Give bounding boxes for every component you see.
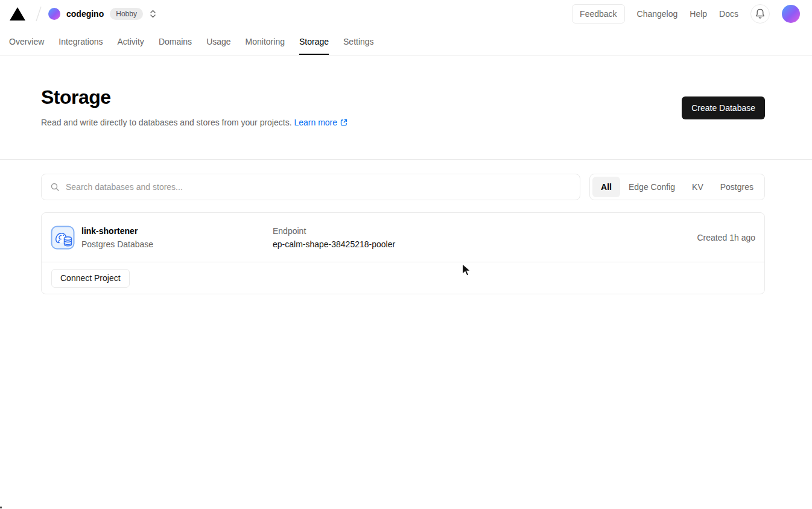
project-selector-button[interactable]: [148, 8, 158, 20]
endpoint-value: ep-calm-shape-38425218-pooler: [273, 238, 395, 251]
bell-icon: [754, 8, 766, 20]
filter-tab-edge-config[interactable]: Edge Config: [620, 177, 684, 197]
tab-integrations[interactable]: Integrations: [59, 28, 103, 55]
tab-domains[interactable]: Domains: [159, 28, 192, 55]
user-avatar[interactable]: [782, 5, 800, 23]
database-card-footer: Connect Project: [42, 262, 764, 294]
page-title: Storage: [41, 86, 348, 109]
database-created-label: Created 1h ago: [697, 233, 755, 242]
changelog-link[interactable]: Changelog: [637, 9, 678, 19]
connect-project-button[interactable]: Connect Project: [51, 269, 130, 288]
tab-usage[interactable]: Usage: [206, 28, 230, 55]
hero-section: Storage Read and write directly to datab…: [0, 55, 812, 160]
topbar-right: Feedback Changelog Help Docs: [572, 4, 800, 24]
learn-more-link[interactable]: Learn more: [294, 116, 348, 129]
filter-tab-kv[interactable]: KV: [684, 177, 712, 197]
tab-monitoring[interactable]: Monitoring: [246, 28, 285, 55]
project-nav: Overview Integrations Activity Domains U…: [0, 28, 812, 55]
vercel-logo-icon[interactable]: [10, 7, 25, 21]
tab-activity[interactable]: Activity: [118, 28, 144, 55]
filter-tab-all[interactable]: All: [592, 177, 620, 197]
storage-toolbar: All Edge Config KV Postgres: [41, 174, 765, 200]
filter-tab-postgres[interactable]: Postgres: [712, 177, 762, 197]
page-description: Read and write directly to databases and…: [41, 116, 348, 129]
external-link-icon: [340, 118, 348, 127]
database-type: Postgres Database: [81, 238, 273, 251]
topbar: codegino Hobby Feedback Changelog Help D…: [0, 0, 812, 28]
screen-corner-artifact: [0, 507, 2, 508]
project-name: codegino: [66, 9, 104, 19]
tab-settings[interactable]: Settings: [343, 28, 374, 55]
search-icon: [50, 182, 60, 192]
filter-tabs: All Edge Config KV Postgres: [589, 174, 765, 200]
page-description-text: Read and write directly to databases and…: [41, 118, 292, 127]
database-card: link-shortener Postgres Database Endpoin…: [41, 212, 765, 294]
create-database-button[interactable]: Create Database: [682, 96, 765, 119]
project-avatar: [48, 8, 60, 20]
breadcrumb-slash-icon: [34, 5, 43, 23]
database-row[interactable]: link-shortener Postgres Database Endpoin…: [42, 213, 764, 262]
search-input[interactable]: [66, 182, 571, 192]
notifications-button[interactable]: [750, 4, 770, 24]
feedback-button[interactable]: Feedback: [572, 4, 624, 24]
docs-link[interactable]: Docs: [719, 9, 738, 19]
tab-storage[interactable]: Storage: [299, 28, 329, 55]
topbar-left: codegino Hobby: [10, 5, 158, 23]
project-switcher[interactable]: codegino Hobby: [48, 8, 143, 20]
hero-text: Storage Read and write directly to datab…: [41, 86, 348, 129]
search-box: [41, 174, 580, 200]
database-name: link-shortener: [81, 224, 273, 238]
tab-overview[interactable]: Overview: [9, 28, 44, 55]
database-name-column: link-shortener Postgres Database: [81, 224, 273, 251]
help-link[interactable]: Help: [690, 9, 707, 19]
storage-main: All Edge Config KV Postgres link-shorten…: [41, 174, 765, 294]
endpoint-label: Endpoint: [273, 224, 395, 238]
postgres-database-icon: [51, 226, 75, 250]
chevron-up-down-icon: [149, 9, 157, 19]
database-endpoint-column: Endpoint ep-calm-shape-38425218-pooler: [273, 224, 395, 251]
plan-badge: Hobby: [110, 8, 143, 20]
